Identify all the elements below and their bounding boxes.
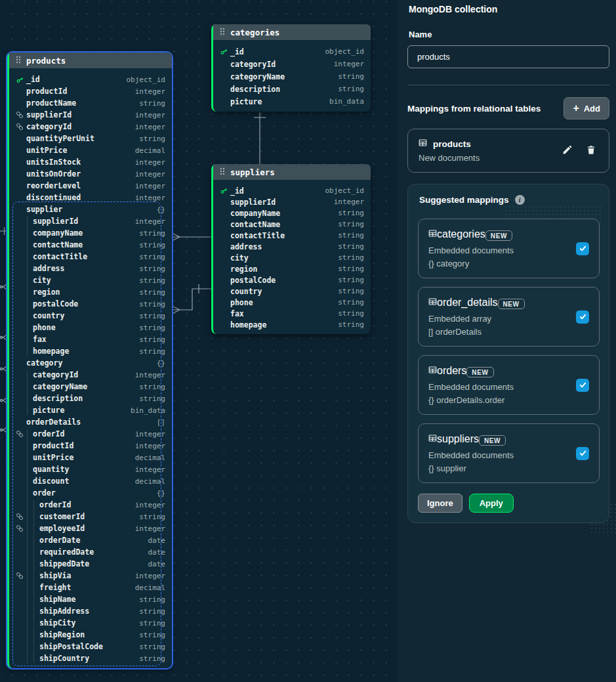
suggested-table-name: categories — [437, 228, 485, 240]
field-name: shipAddress — [26, 607, 89, 616]
field-type: {} — [157, 205, 165, 214]
mapping-checkbox[interactable] — [576, 379, 589, 392]
field-row: orderDatedate — [9, 534, 172, 546]
field-name: categoryName — [26, 382, 87, 391]
drag-handle-icon[interactable] — [220, 28, 225, 37]
field-type: string — [338, 287, 364, 295]
field-row: customerIdstring — [9, 511, 172, 522]
field-type: string — [338, 242, 364, 251]
field-name: city — [230, 253, 249, 263]
field-name: employeeId — [26, 524, 85, 533]
field-row: productIdinteger — [9, 440, 172, 452]
field-type: string — [338, 276, 364, 284]
table-header-products[interactable]: products — [9, 53, 172, 68]
mapping-path: {} category — [428, 259, 589, 268]
ignore-button[interactable]: Ignore — [418, 494, 462, 513]
apply-button[interactable]: Apply — [469, 494, 514, 513]
link-icon — [16, 572, 26, 580]
suggested-card-title-row: ordersNEW — [428, 365, 589, 377]
field-name: quantityPerUnit — [26, 134, 94, 143]
field-name: postalCode — [230, 276, 276, 285]
field-name: shipCountry — [26, 654, 89, 663]
field-type: string — [139, 229, 165, 238]
field-row: discountdecimal — [9, 475, 172, 487]
field-type: string — [338, 320, 364, 329]
diagram-canvas[interactable]: products_idobject_idproductIdintegerprod… — [0, 0, 397, 682]
collection-name-input[interactable] — [407, 45, 609, 68]
add-button-label: Add — [584, 104, 600, 114]
field-type: integer — [135, 465, 165, 474]
field-row: descriptionstring — [213, 83, 371, 95]
field-type: integer — [334, 198, 364, 206]
field-row: shipViainteger — [9, 570, 172, 582]
field-name: contactName — [26, 240, 83, 249]
field-type: string — [139, 335, 165, 344]
field-row: picturebin_data — [213, 95, 371, 108]
add-mapping-button[interactable]: + Add — [564, 97, 609, 119]
field-name: supplierId — [26, 110, 72, 119]
field-name: productId — [26, 441, 73, 450]
field-type: integer — [135, 123, 165, 131]
field-type: string — [139, 643, 165, 651]
field-row: unitsInStockinteger — [9, 156, 172, 168]
field-name: country — [230, 287, 262, 296]
field-name: contactTitle — [230, 231, 285, 240]
table-icon — [428, 365, 437, 376]
field-type: string — [139, 135, 165, 143]
suggested-mapping-card-order_details: order_detailsNEWEmbedded array[] orderDe… — [418, 287, 600, 347]
mapping-kind: Embedded documents — [428, 450, 589, 460]
field-name: _id — [230, 47, 244, 56]
field-type: decimal — [135, 454, 165, 462]
info-icon[interactable]: i — [515, 195, 525, 205]
field-row: shippedDatedate — [9, 558, 172, 570]
name-label: Name — [409, 30, 609, 39]
table-header-suppliers[interactable]: suppliers — [213, 164, 371, 180]
field-name: categoryId — [230, 60, 276, 69]
mapping-panel: MongoDB collection Name Mappings from re… — [397, 0, 616, 682]
drag-handle-icon[interactable] — [220, 167, 225, 177]
mapping-checkbox[interactable] — [576, 447, 589, 460]
suggested-card-title-row: categoriesNEW — [428, 228, 589, 240]
field-name: customerId — [26, 512, 85, 521]
table-title: products — [26, 56, 66, 66]
field-type: string — [139, 288, 165, 297]
field-name: region — [26, 288, 60, 297]
delete-mapping-button[interactable] — [585, 144, 597, 158]
mapping-kind: Embedded documents — [428, 245, 589, 255]
mapping-checkbox[interactable] — [576, 310, 589, 324]
field-type: {} — [157, 359, 165, 368]
field-row: unitsOnOrderinteger — [9, 168, 172, 180]
field-name: address — [230, 242, 262, 251]
mapping-checkbox[interactable] — [576, 242, 589, 255]
divider — [407, 85, 609, 85]
suggested-mapping-card-suppliers: suppliersNEWEmbedded documents{} supplie… — [418, 423, 600, 483]
suggested-mappings-section: Suggested mappings i categoriesNEWEmbedd… — [407, 184, 609, 523]
table-header-categories[interactable]: categories — [213, 24, 371, 40]
field-row: categoryIdinteger — [213, 58, 371, 70]
table-icon — [428, 433, 437, 444]
link-icon — [16, 111, 26, 119]
field-type: string — [139, 300, 165, 309]
field-name: region — [230, 265, 258, 274]
table-suppliers[interactable]: suppliers_idobject_idsupplierIdintegerco… — [211, 164, 371, 334]
table-categories[interactable]: categories_idobject_idcategoryIdintegerc… — [211, 24, 371, 112]
field-row: orderIdinteger — [9, 428, 172, 440]
link-icon — [16, 430, 26, 438]
key-icon — [220, 47, 230, 56]
field-row: unitPricedecimal — [9, 452, 172, 463]
edit-mapping-button[interactable] — [561, 144, 573, 158]
field-type: string — [338, 298, 364, 307]
field-row: shipPostalCodestring — [9, 641, 172, 652]
mapping-path: {} orderDetails.order — [428, 395, 589, 405]
field-row: orderDetails[] — [9, 416, 172, 428]
field-name: discount — [26, 477, 69, 486]
drag-handle-icon[interactable] — [16, 56, 21, 66]
new-badge: NEW — [485, 230, 512, 241]
field-row: productIdinteger — [9, 85, 172, 97]
mapping-path: [] orderDetails — [428, 327, 589, 337]
table-products[interactable]: products_idobject_idproductIdintegerprod… — [7, 53, 172, 668]
field-type: {} — [157, 489, 165, 498]
field-name: requiredDate — [26, 547, 94, 557]
field-type: integer — [135, 182, 165, 190]
field-type: object_id — [325, 186, 364, 195]
